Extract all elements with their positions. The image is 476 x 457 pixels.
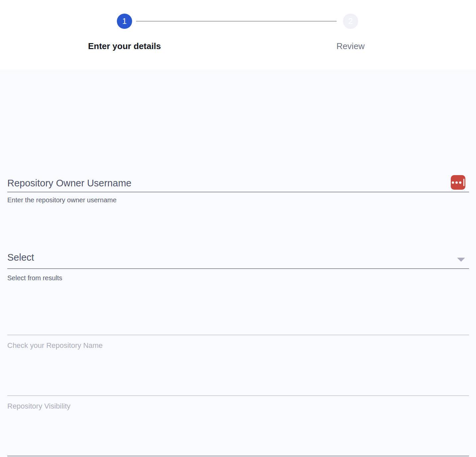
visibility-field-underline — [7, 395, 469, 396]
repository-visibility-input[interactable] — [7, 376, 445, 391]
pw-icon-dot — [452, 181, 454, 184]
repo-name-field-underline — [7, 335, 469, 335]
chevron-down-icon[interactable] — [457, 258, 465, 262]
details-form: Enter the repository owner username Sele… — [0, 70, 476, 457]
repo-name-field-helper: Check your Repository Name — [7, 341, 465, 350]
stepper-connector-line — [136, 21, 337, 22]
repository-name-input[interactable] — [7, 316, 445, 330]
repository-owner-username-input[interactable] — [7, 176, 445, 190]
select-field-underline — [7, 268, 469, 269]
step-2-indicator[interactable]: 2 — [343, 14, 358, 29]
password-manager-autofill-icon[interactable] — [451, 175, 465, 190]
visibility-field-helper: Repository Visibility — [7, 402, 465, 411]
pw-icon-dot — [455, 181, 458, 184]
owner-field-underline — [7, 192, 469, 192]
step-2-label: Review — [278, 41, 424, 51]
default-branch-input[interactable] — [7, 437, 445, 451]
wizard-stepper: 1 2 Enter your details Review — [0, 0, 476, 70]
step-2-number: 2 — [348, 17, 353, 26]
step-1-label: Enter your details — [51, 41, 198, 51]
owner-field-helper: Enter the repository owner username — [7, 196, 465, 204]
default-branch-field-underline — [7, 456, 469, 456]
step-1-indicator[interactable]: 1 — [117, 14, 132, 29]
repository-select-dropdown[interactable]: Select — [7, 252, 449, 267]
repository-select-value: Select — [7, 252, 34, 263]
select-field-helper: Select from results — [7, 274, 465, 282]
pw-icon-dot — [459, 181, 461, 184]
pw-icon-cursor — [463, 179, 464, 186]
step-1-number: 1 — [122, 17, 126, 26]
